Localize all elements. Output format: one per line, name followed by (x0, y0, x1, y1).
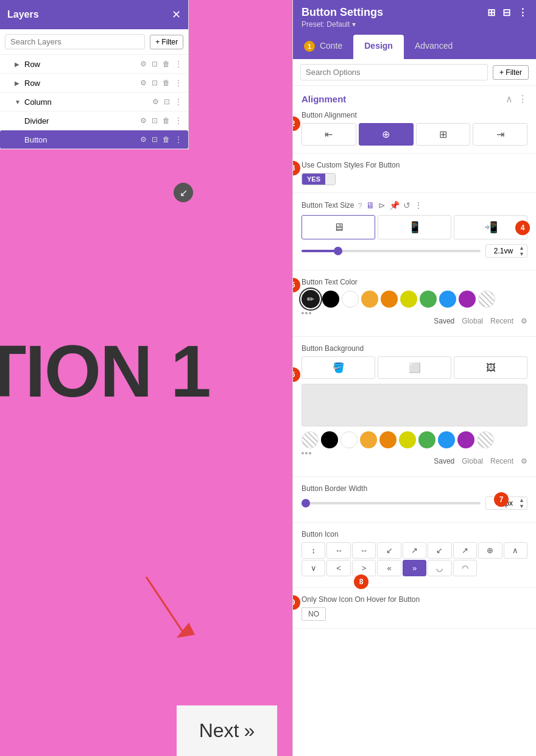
bg-swatch-blue[interactable] (438, 431, 455, 448)
device-desktop-icon[interactable]: 🖥 (366, 200, 375, 210)
layer-row-divider[interactable]: Divider ⚙ ⊡ 🗑 ⋮ (0, 111, 188, 130)
align-right-button[interactable]: ⇥ (473, 123, 527, 146)
resize-icon[interactable]: ⊞ (487, 7, 495, 18)
layer-row-button[interactable]: Button ⚙ ⊡ 🗑 ⋮ (0, 130, 188, 149)
icon-hover-toggle[interactable]: NO (302, 607, 527, 621)
icon-move[interactable]: ⊕ (478, 542, 502, 559)
tab-content[interactable]: 1 Conte (293, 35, 353, 59)
bg-swatch-orange2[interactable] (379, 431, 397, 448)
settings-icon[interactable]: ⚙ (139, 134, 148, 145)
border-slider-thumb[interactable] (302, 499, 310, 507)
custom-styles-toggle[interactable]: YES (302, 173, 336, 185)
layer-row-column[interactable]: ▼ Column ⚙ ⊡ ⋮ (0, 93, 188, 111)
bg-swatch-transparent[interactable] (302, 431, 319, 448)
panel-search-input[interactable] (300, 64, 488, 80)
icon-right-angle[interactable]: > (352, 560, 376, 576)
color-swatch-orange2[interactable] (381, 291, 398, 308)
decrement-arrow[interactable]: ▼ (517, 251, 527, 257)
bg-swatch-custom[interactable] (477, 431, 494, 448)
color-swatch-purple[interactable] (459, 291, 476, 308)
more-colors-dots[interactable] (302, 311, 527, 316)
color-swatch-transparent[interactable] (478, 291, 495, 308)
icon-sw[interactable]: ↙ (377, 542, 401, 559)
delete-icon[interactable]: 🗑 (161, 58, 171, 69)
copy-icon[interactable]: ⊡ (150, 77, 159, 88)
bg-swatch-black[interactable] (321, 431, 338, 448)
settings-icon[interactable]: ⚙ (139, 58, 148, 69)
settings-icon[interactable]: ⚙ (151, 96, 160, 107)
more-icon[interactable]: ⋮ (174, 96, 183, 107)
text-size-slider-track[interactable] (302, 250, 481, 252)
border-increment-arrow[interactable]: ▲ (517, 497, 527, 503)
bg-swatch-green[interactable] (418, 431, 436, 448)
icon-up[interactable]: ∧ (504, 542, 527, 559)
bg-swatch-yellow[interactable] (399, 431, 416, 448)
more-options-field-icon[interactable]: ⋮ (414, 200, 423, 210)
bg-swatch-purple[interactable] (457, 431, 474, 448)
icon-ne2[interactable]: ↗ (453, 542, 477, 559)
settings-icon[interactable]: ⚙ (139, 77, 148, 88)
bg-swatch-orange1[interactable] (360, 431, 377, 448)
layers-close-button[interactable]: ✕ (172, 8, 181, 21)
icon-arc-down[interactable]: ◡ (428, 560, 451, 576)
layer-row-row2[interactable]: ▶ Row ⚙ ⊡ 🗑 ⋮ (0, 74, 188, 93)
tablet-device-button[interactable]: 📱 (378, 215, 451, 239)
layer-row-row1[interactable]: ▶ Row ⚙ ⊡ 🗑 ⋮ (0, 55, 188, 74)
icon-arc-up[interactable]: ◠ (453, 560, 477, 576)
icon-ne[interactable]: ↗ (403, 542, 426, 559)
border-decrement-arrow[interactable]: ▼ (517, 503, 527, 509)
bg-gradient-tab[interactable]: ⬜ (378, 356, 451, 379)
next-button[interactable]: Next » (177, 705, 277, 756)
more-icon[interactable]: ⋮ (174, 134, 183, 145)
color-swatch-picker[interactable]: ✏ (302, 290, 320, 308)
more-options-icon[interactable]: ⋮ (518, 7, 527, 18)
color-swatch-orange1[interactable] (361, 291, 378, 308)
copy-icon[interactable]: ⊡ (150, 115, 159, 126)
color-swatch-black[interactable] (322, 291, 339, 308)
icon-double-left[interactable]: « (377, 560, 401, 576)
bg-image-tab[interactable]: 🖼 (454, 356, 527, 379)
more-bg-colors-dots[interactable] (302, 451, 527, 456)
panel-preset[interactable]: Preset: Default ▾ (302, 20, 527, 29)
slider-thumb[interactable] (334, 247, 342, 255)
color-settings-icon[interactable]: ⚙ (521, 317, 527, 325)
align-center-button[interactable]: ⊕ (359, 123, 414, 146)
icon-down[interactable]: ∨ (302, 560, 325, 576)
increment-arrow[interactable]: ▲ (517, 245, 527, 251)
color-swatch-blue[interactable] (439, 291, 456, 308)
copy-icon[interactable]: ⊡ (150, 58, 159, 69)
settings-icon[interactable]: ⚙ (139, 115, 148, 126)
delete-icon[interactable]: 🗑 (161, 77, 171, 88)
copy-icon[interactable]: ⊡ (150, 134, 159, 145)
icon-leftright[interactable]: ↔ (326, 542, 350, 559)
color-swatch-green[interactable] (420, 291, 437, 308)
delete-icon[interactable]: 🗑 (161, 115, 171, 126)
more-icon[interactable]: ⋮ (174, 77, 183, 88)
pin-icon[interactable]: 📌 (389, 200, 400, 210)
color-swatch-yellow[interactable] (400, 291, 417, 308)
bg-swatch-white[interactable] (340, 431, 358, 448)
more-section-icon[interactable]: ⋮ (518, 93, 527, 105)
desktop-device-button[interactable]: 🖥 (302, 215, 375, 239)
more-icon[interactable]: ⋮ (174, 115, 183, 126)
layers-search-input[interactable] (5, 34, 145, 49)
bg-settings-icon[interactable]: ⚙ (521, 457, 527, 465)
align-right-center-button[interactable]: ⊞ (416, 123, 471, 146)
reset-icon[interactable]: ↺ (403, 200, 411, 210)
more-icon[interactable]: ⋮ (174, 58, 183, 69)
layers-filter-button[interactable]: + Filter (150, 35, 183, 49)
align-left-button[interactable]: ⇤ (302, 123, 356, 146)
tab-advanced[interactable]: Advanced (404, 35, 464, 59)
icon-updown[interactable]: ↕ (302, 542, 325, 559)
collapse-icon[interactable]: ∧ (506, 93, 513, 105)
icon-double-right[interactable]: » (403, 560, 426, 576)
cursor-icon[interactable]: ⊳ (378, 200, 386, 210)
delete-icon[interactable]: 🗑 (161, 134, 171, 145)
bg-color-tab[interactable]: 🪣 (302, 356, 375, 379)
icon-sw2[interactable]: ↙ (428, 542, 451, 559)
split-icon[interactable]: ⊟ (503, 7, 510, 18)
color-swatch-white[interactable] (342, 291, 359, 308)
tab-design[interactable]: Design (353, 35, 404, 59)
panel-filter-button[interactable]: + Filter (493, 65, 529, 80)
icon-horizontal[interactable]: ↔ (352, 542, 376, 559)
